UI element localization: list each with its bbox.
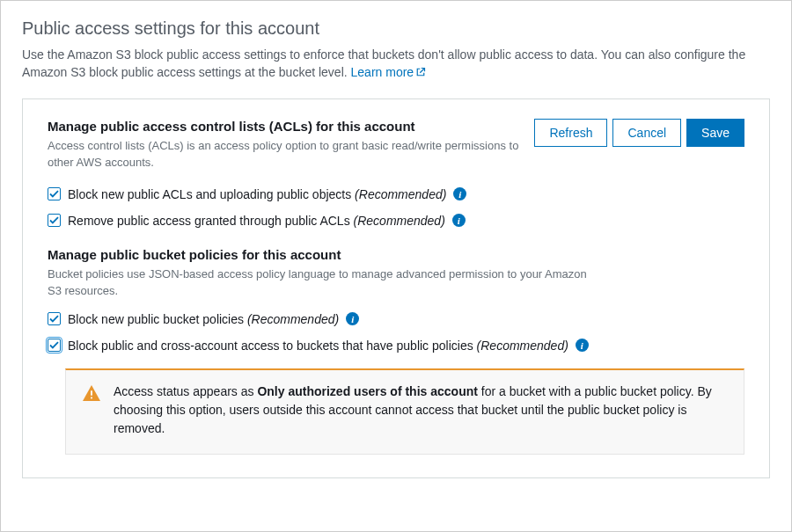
check-icon	[49, 216, 59, 224]
learn-more-label: Learn more	[351, 65, 414, 79]
policies-section-title: Manage public bucket policies for this a…	[48, 247, 744, 262]
alert-text: Access status appears as Only authorized…	[114, 383, 728, 438]
settings-panel: Manage public access control lists (ACLs…	[22, 98, 770, 478]
learn-more-link[interactable]: Learn more	[351, 65, 427, 79]
checkbox-remove-public-acls[interactable]	[48, 214, 61, 227]
cancel-button[interactable]: Cancel	[612, 119, 681, 147]
check-icon	[49, 190, 59, 198]
policies-section: Manage public bucket policies for this a…	[48, 247, 744, 455]
svg-rect-0	[91, 390, 92, 395]
acl-option-row: Block new public ACLs and uploading publ…	[48, 187, 744, 201]
info-icon[interactable]: i	[346, 312, 359, 325]
warning-alert: Access status appears as Only authorized…	[65, 368, 744, 455]
check-icon	[49, 315, 59, 323]
external-link-icon	[415, 64, 426, 82]
acls-section-title: Manage public access control lists (ACLs…	[48, 119, 523, 134]
settings-page: Public access settings for this account …	[0, 0, 792, 532]
info-icon[interactable]: i	[452, 214, 466, 227]
info-icon[interactable]: i	[453, 187, 466, 200]
acls-section-head: Manage public access control lists (ACLs…	[48, 119, 523, 184]
policy-option-row: Block new public bucket policies (Recomm…	[48, 312, 744, 326]
opt-label: Remove public access granted through pub…	[68, 214, 445, 228]
warning-icon	[82, 384, 101, 404]
acl-option-row: Remove public access granted through pub…	[48, 214, 744, 228]
panel-header: Manage public access control lists (ACLs…	[48, 119, 744, 184]
page-title: Public access settings for this account	[22, 18, 770, 39]
page-description: Use the Amazon S3 block public access se…	[22, 46, 770, 83]
opt-label: Block public and cross-account access to…	[68, 339, 568, 353]
refresh-button[interactable]: Refresh	[534, 119, 607, 147]
checkbox-block-new-acls[interactable]	[48, 187, 61, 200]
policy-option-row: Block public and cross-account access to…	[48, 339, 744, 353]
opt-label: Block new public bucket policies (Recomm…	[68, 312, 339, 326]
policies-section-sub: Bucket policies use JSON-based access po…	[48, 266, 593, 300]
checkbox-block-new-policies[interactable]	[48, 312, 61, 325]
checkbox-block-cross-account[interactable]	[48, 339, 61, 352]
svg-rect-1	[91, 397, 92, 398]
acls-section-sub: Access control lists (ACLs) is an access…	[48, 137, 523, 171]
check-icon	[49, 341, 59, 349]
info-icon[interactable]: i	[576, 339, 589, 352]
action-buttons: Refresh Cancel Save	[534, 119, 744, 147]
save-button[interactable]: Save	[686, 119, 744, 147]
opt-label: Block new public ACLs and uploading publ…	[68, 187, 446, 201]
